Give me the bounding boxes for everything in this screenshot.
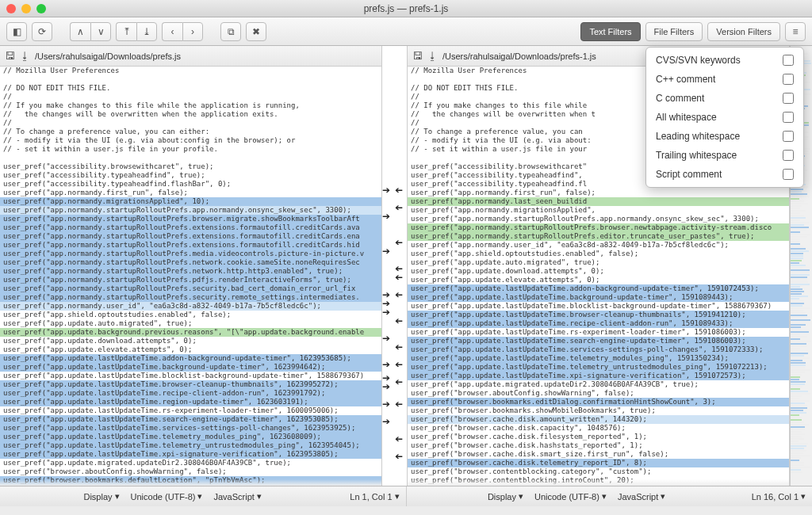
refresh-button[interactable]: ⟳ <box>32 22 52 41</box>
filter-checkbox[interactable] <box>783 74 794 85</box>
code-line[interactable]: user_pref("app.normandy.last_seen_buildi… <box>408 197 789 206</box>
code-line[interactable]: user_pref("app.normandy.startupRolloutPr… <box>0 241 381 250</box>
forward-button[interactable]: › <box>182 22 203 41</box>
code-line[interactable]: user_pref("browser.cache.disk.hashstats_… <box>408 441 789 450</box>
code-line[interactable]: user_pref("app.update.lastUpdateTime.tel… <box>0 441 381 450</box>
code-line[interactable]: user_pref("app.update.background.previou… <box>0 328 381 337</box>
filter-option[interactable]: CVS/SVN keywords <box>646 51 803 70</box>
code-line[interactable]: user_pref("app.update.auto.migrated", tr… <box>0 319 381 328</box>
code-line[interactable]: user_pref("app.normandy.migrationsApplie… <box>408 206 789 215</box>
code-line[interactable]: user_pref("app.update.lastUpdateTime.bac… <box>0 363 381 372</box>
code-line[interactable]: // the changes will be overwritten when … <box>0 110 381 119</box>
code-line[interactable]: user_pref("browser.cache.disk.smart_size… <box>408 450 789 459</box>
left-syntax-select[interactable]: JavaScript ▾ <box>213 491 261 502</box>
code-line[interactable]: user_pref("app.update.lastUpdateTime.rec… <box>0 389 381 398</box>
prev-diff-button[interactable]: ∧ <box>70 22 90 41</box>
code-line[interactable]: user_pref("app.update.download.attempts"… <box>0 337 381 345</box>
filter-option[interactable]: C++ comment <box>646 70 803 89</box>
code-line[interactable]: user_pref("app.update.lastUpdateTime.blo… <box>0 372 381 380</box>
code-line[interactable]: user_pref("app.update.lastUpdateTime.reg… <box>0 398 381 406</box>
filter-checkbox[interactable] <box>783 131 794 142</box>
code-line[interactable]: user_pref("app.update.migrated.updateDir… <box>408 380 789 389</box>
prev-file-button[interactable]: ⤒ <box>116 22 136 41</box>
left-cursor-pos[interactable]: Ln 1, Col 1 ▾ <box>350 491 399 502</box>
code-line[interactable]: user_pref("browser.cache.disk.capacity",… <box>408 424 789 433</box>
filter-checkbox[interactable] <box>783 93 794 104</box>
code-line[interactable]: // If you make changes to this file whil… <box>0 101 381 110</box>
code-line[interactable]: user_pref("accessibility.typeaheadfind.f… <box>0 180 381 189</box>
code-line[interactable]: // DO NOT EDIT THIS FILE. <box>0 84 381 93</box>
code-line[interactable]: user_pref("app.update.lastUpdateTime.xpi… <box>0 450 381 459</box>
code-line[interactable]: user_pref("app.normandy.startupRolloutPr… <box>0 206 381 215</box>
code-line[interactable]: user_pref("app.update.lastUpdateTime.rs-… <box>408 328 789 337</box>
cancel-button[interactable]: ✖ <box>246 22 266 41</box>
code-line[interactable]: user_pref("browser.cache.disk.telemetry_… <box>408 459 789 467</box>
code-line[interactable]: // - modify it via the UI (e.g. via abou… <box>0 136 381 145</box>
code-line[interactable]: user_pref("browser.bookmarks.showMobileB… <box>408 406 789 415</box>
code-line[interactable]: user_pref("app.shield.optoutstudies.enab… <box>408 250 789 258</box>
back-button[interactable]: ‹ <box>162 22 182 41</box>
filter-checkbox[interactable] <box>783 112 794 123</box>
filter-option[interactable]: Leading whitespace <box>646 127 803 146</box>
code-line[interactable]: user_pref("accessibility.browsewithcaret… <box>0 162 381 171</box>
text-filters-button[interactable]: Text Filters <box>580 22 640 41</box>
code-line[interactable]: user_pref("app.normandy.startupRolloutPr… <box>0 276 381 284</box>
code-line[interactable]: user_pref("app.update.lastUpdateTime.tel… <box>408 363 789 372</box>
save-icon[interactable]: 🖫 <box>412 50 423 62</box>
code-line[interactable]: user_pref("browser.cache.disk.amount_wri… <box>408 415 789 424</box>
filter-option[interactable]: Script comment <box>646 165 803 184</box>
code-line[interactable]: user_pref("app.normandy.startupRolloutPr… <box>0 223 381 232</box>
code-line[interactable]: user_pref("app.update.lastUpdateTime.add… <box>0 354 381 363</box>
code-line[interactable]: user_pref("app.update.download.attempts"… <box>408 267 789 276</box>
code-line[interactable]: user_pref("app.normandy.startupRolloutPr… <box>0 232 381 241</box>
code-line[interactable]: user_pref("browser.cache.disk.filesystem… <box>408 433 789 441</box>
code-line[interactable]: user_pref("app.normandy.startupRolloutPr… <box>0 215 381 223</box>
code-line[interactable]: user_pref("app.update.lastUpdateTime.blo… <box>408 302 789 311</box>
code-line[interactable]: user_pref("app.update.lastUpdateTime.rec… <box>408 319 789 328</box>
code-line[interactable]: user_pref("app.update.auto.migrated", tr… <box>408 258 789 267</box>
code-line[interactable]: user_pref("app.normandy.startupRolloutPr… <box>0 250 381 258</box>
code-line[interactable]: user_pref("app.update.lastUpdateTime.bro… <box>408 311 789 319</box>
filter-checkbox[interactable] <box>783 55 794 66</box>
code-line[interactable]: user_pref("app.normandy.user_id", "ea6a3… <box>408 241 789 250</box>
code-line[interactable]: user_pref("app.update.lastUpdateTime.xpi… <box>408 372 789 380</box>
left-code[interactable]: // Mozilla User Preferences// DO NOT EDI… <box>0 67 381 486</box>
code-line[interactable]: user_pref("app.update.lastUpdateTime.add… <box>408 284 789 293</box>
code-line[interactable]: user_pref("browser.contentblocking.categ… <box>408 467 789 476</box>
code-line[interactable]: user_pref("app.normandy.migrationsApplie… <box>0 197 381 206</box>
code-line[interactable]: // Mozilla User Preferences <box>0 67 381 75</box>
code-line[interactable]: user_pref("app.shield.optoutstudies.enab… <box>0 311 381 319</box>
code-line[interactable]: user_pref("app.update.lastUpdateTime.tel… <box>408 354 789 363</box>
filter-option[interactable]: Trailing whitespace <box>646 146 803 165</box>
copy-left-button[interactable]: ⧉ <box>220 22 241 41</box>
code-line[interactable]: user_pref("app.update.lastUpdateTime.rs-… <box>0 406 381 415</box>
code-line[interactable]: user_pref("app.update.elevate.attempts",… <box>408 276 789 284</box>
code-line[interactable] <box>0 154 381 162</box>
code-line[interactable]: user_pref("app.normandy.startupRolloutPr… <box>408 223 789 232</box>
left-display-select[interactable]: Display ▾ <box>83 491 119 502</box>
code-line[interactable]: user_pref("app.normandy.startupRolloutPr… <box>408 232 789 241</box>
code-line[interactable]: user_pref("app.update.lastUpdateTime.ser… <box>0 424 381 433</box>
code-line[interactable] <box>0 75 381 84</box>
filter-option[interactable]: C comment <box>646 89 803 108</box>
open-icon[interactable]: ⭳ <box>427 50 438 62</box>
code-line[interactable]: user_pref("accessibility.typeaheadfind",… <box>0 171 381 180</box>
code-line[interactable]: user_pref("app.normandy.first_run", fals… <box>0 189 381 197</box>
code-line[interactable]: user_pref("app.update.lastUpdateTime.ser… <box>408 345 789 354</box>
code-line[interactable]: user_pref("app.update.lastUpdateTime.sea… <box>0 415 381 424</box>
code-line[interactable]: user_pref("app.normandy.startupRolloutPr… <box>0 284 381 293</box>
code-line[interactable]: user_pref("app.normandy.startupRolloutPr… <box>0 258 381 267</box>
code-line[interactable]: user_pref("app.update.lastUpdateTime.tel… <box>0 433 381 441</box>
version-filters-button[interactable]: Version Filters <box>707 22 780 41</box>
right-encoding-select[interactable]: Unicode (UTF-8) ▾ <box>534 491 607 502</box>
code-line[interactable]: user_pref("browser.aboutConfig.showWarni… <box>0 467 381 476</box>
code-line[interactable]: // <box>0 93 381 101</box>
sidebar-toggle-button[interactable]: ◧ <box>6 22 27 41</box>
code-line[interactable]: user_pref("app.update.lastUpdateTime.bac… <box>408 293 789 302</box>
code-line[interactable]: user_pref("app.update.elevate.attempts",… <box>0 345 381 354</box>
file-filters-button[interactable]: File Filters <box>645 22 703 41</box>
code-line[interactable]: user_pref("app.normandy.user_id", "ea6a3… <box>0 302 381 311</box>
code-line[interactable]: user_pref("app.normandy.first_run", fals… <box>408 189 789 197</box>
code-line[interactable]: user_pref("browser.bookmarks.editDialog.… <box>408 398 789 406</box>
open-icon[interactable]: ⭳ <box>20 50 30 62</box>
